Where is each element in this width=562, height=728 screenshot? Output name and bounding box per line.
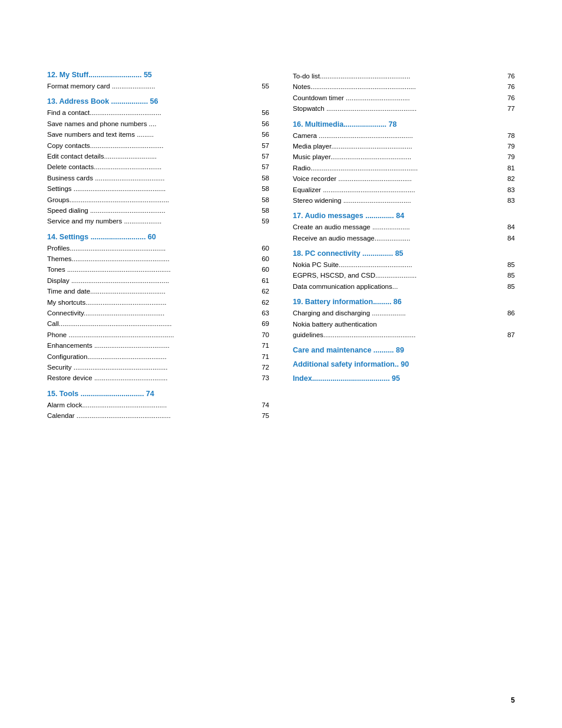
toc-entry: Media player............................…	[293, 141, 515, 151]
toc-section-heading: 13. Address Book .................. 56	[47, 97, 269, 106]
toc-section-heading: 17. Audio messages .............. 84	[293, 212, 515, 220]
entry-page: 57	[253, 151, 269, 162]
entry-page: 73	[253, 373, 269, 383]
entry-page: 56	[253, 118, 269, 129]
entry-page: 69	[253, 318, 269, 329]
toc-entry: Time and date...........................…	[47, 286, 269, 297]
toc-entry: guidelines..............................…	[293, 330, 515, 340]
toc-entry: Camera .................................…	[293, 130, 515, 141]
entry-label: Delete contacts.........................…	[47, 162, 253, 172]
toc-entry: Profiles................................…	[47, 243, 269, 253]
entry-label: Connectivity............................…	[47, 308, 253, 318]
toc-entry: Restore device .........................…	[47, 373, 269, 383]
entry-label: Restore device .........................…	[47, 373, 253, 383]
toc-entry: Edit contact details....................…	[47, 151, 269, 162]
toc-entry: Configuration...........................…	[47, 351, 269, 362]
entry-label: Themes..................................…	[47, 253, 253, 264]
entry-page: 71	[253, 340, 269, 351]
entry-page: 79	[498, 141, 515, 151]
toc-entry: Calendar ...............................…	[47, 410, 269, 421]
entry-page: 84	[498, 233, 515, 243]
toc-entry: Save names and phone numbers ....56	[47, 118, 269, 129]
entry-page: 76	[498, 81, 515, 92]
toc-entry: Music player............................…	[293, 151, 515, 162]
toc-left-col: 12. My Stuff.......................... 5…	[47, 71, 269, 421]
toc-entry: Settings ...............................…	[47, 183, 269, 194]
toc-entry: Alarm clock.............................…	[47, 400, 269, 410]
toc-entry: Business cards .........................…	[47, 173, 269, 183]
toc-entry: Nokia PC Suite..........................…	[293, 259, 515, 270]
entry-page: 72	[253, 362, 269, 373]
toc-section-heading: 18. PC connectivity ............... 85	[293, 249, 515, 258]
entry-page: 57	[253, 140, 269, 151]
toc-entry: Connectivity............................…	[47, 308, 269, 318]
entry-page: 70	[253, 330, 269, 340]
entry-page: 60	[253, 253, 269, 264]
entry-page: 81	[498, 163, 515, 173]
entry-page: 63	[253, 308, 269, 318]
entry-label: Create an audio message ................…	[293, 222, 498, 232]
toc-entry: Receive an audio message................…	[293, 233, 515, 243]
toc-section-heading: 15. Tools ..............................…	[47, 390, 269, 398]
toc-entry: Delete contacts.........................…	[47, 162, 269, 172]
toc-entry: Save numbers and text items .........56	[47, 129, 269, 140]
entry-page: 57	[253, 162, 269, 172]
entry-label: Service and my numbers .................…	[47, 216, 253, 226]
toc-entry: EGPRS, HSCSD, and CSD...................…	[293, 270, 515, 281]
entry-label: Groups..................................…	[47, 195, 253, 205]
entry-label: Speed dialing ..........................…	[47, 205, 253, 216]
toc-entry: Notes...................................…	[293, 81, 515, 92]
entry-label: Find a contact..........................…	[47, 107, 253, 118]
entry-label: Music player............................…	[293, 151, 498, 162]
entry-label: Stereo widening ........................…	[293, 195, 498, 206]
entry-page: 78	[498, 130, 515, 141]
entry-page: 59	[253, 216, 269, 226]
entry-label: Nokia battery authentication	[293, 319, 515, 330]
entry-page: 56	[253, 107, 269, 118]
page-number: 5	[511, 696, 515, 704]
toc-entry: Call....................................…	[47, 318, 269, 329]
entry-label: Call....................................…	[47, 318, 253, 329]
entry-page: 58	[253, 183, 269, 194]
entry-label: Voice recorder .........................…	[293, 173, 498, 184]
entry-label: To-do list..............................…	[293, 71, 498, 81]
entry-label: EGPRS, HSCSD, and CSD...................…	[293, 270, 498, 281]
entry-page: 60	[253, 243, 269, 253]
entry-label: Business cards .........................…	[47, 173, 253, 183]
entry-label: Save numbers and text items .........	[47, 129, 253, 140]
toc-section-heading: 16. Multimedia..................... 78	[293, 120, 515, 129]
entry-page: 82	[498, 173, 515, 184]
entry-label: Media player............................…	[293, 141, 498, 151]
entry-label: Configuration...........................…	[47, 351, 253, 362]
toc-section-heading: Additional safety information.. 90	[293, 360, 515, 368]
entry-page: 58	[253, 173, 269, 183]
entry-label: Phone ..................................…	[47, 330, 253, 340]
entry-label: Nokia PC Suite..........................…	[293, 259, 498, 270]
toc-entry: Themes..................................…	[47, 253, 269, 264]
entry-label: Radio...................................…	[293, 163, 498, 173]
entry-label: Display ................................…	[47, 275, 253, 286]
page: 12. My Stuff.......................... 5…	[0, 0, 562, 728]
toc-section-heading: 19. Battery information......... 86	[293, 298, 515, 306]
toc-entry: To-do list..............................…	[293, 71, 515, 81]
entry-page: 58	[253, 205, 269, 216]
toc-entry: Data communication applications...85	[293, 281, 515, 292]
toc-container: 12. My Stuff.......................... 5…	[47, 71, 515, 421]
entry-page: 62	[253, 286, 269, 297]
toc-entry: Voice recorder .........................…	[293, 173, 515, 184]
entry-page: 85	[498, 270, 515, 281]
toc-entry: Groups..................................…	[47, 195, 269, 205]
entry-page: 76	[498, 71, 515, 81]
entry-label: Security ...............................…	[47, 362, 253, 373]
entry-page: 62	[253, 297, 269, 308]
entry-page: 85	[498, 281, 515, 292]
entry-label: Enhancements ...........................…	[47, 340, 253, 351]
entry-label: Profiles................................…	[47, 243, 253, 253]
entry-page: 58	[253, 195, 269, 205]
entry-label: Receive an audio message................…	[293, 233, 498, 243]
toc-entry: Nokia battery authentication	[293, 319, 515, 330]
entry-page: 55	[253, 81, 269, 91]
entry-label: Notes...................................…	[293, 81, 498, 92]
entry-label: Camera .................................…	[293, 130, 498, 141]
entry-page: 71	[253, 351, 269, 362]
